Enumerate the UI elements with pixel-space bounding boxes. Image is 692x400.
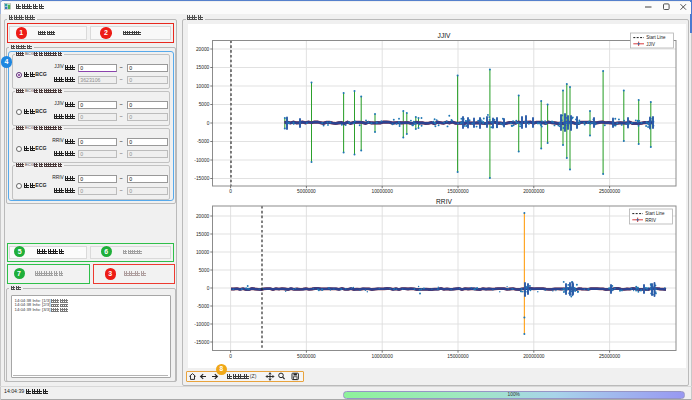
svg-text:-15000: -15000 (194, 340, 209, 345)
svg-text:5000: 5000 (199, 268, 210, 273)
svg-text:-5000: -5000 (197, 304, 210, 309)
svg-text:5000000: 5000000 (297, 354, 316, 359)
svg-text:0: 0 (229, 189, 232, 194)
svg-text:-10000: -10000 (194, 158, 209, 163)
svg-text:15000000: 15000000 (447, 354, 469, 359)
svg-text:0: 0 (207, 286, 210, 291)
svg-text:15000: 15000 (196, 232, 210, 237)
svg-text:10000000: 10000000 (372, 189, 394, 194)
svg-text:RRIV: RRIV (436, 198, 452, 205)
svg-text:15000000: 15000000 (447, 189, 469, 194)
svg-text:-10000: -10000 (194, 322, 209, 327)
svg-text:JJIV: JJIV (646, 42, 655, 47)
svg-text:10000: 10000 (196, 250, 210, 255)
svg-text:Start Line: Start Line (646, 35, 666, 40)
svg-text:0: 0 (229, 354, 232, 359)
svg-text:20000: 20000 (196, 214, 210, 219)
svg-text:15000: 15000 (196, 65, 210, 70)
svg-text:10000: 10000 (196, 84, 210, 89)
svg-text:-15000: -15000 (194, 176, 209, 181)
svg-text:0: 0 (207, 121, 210, 126)
svg-text:5000: 5000 (199, 102, 210, 107)
svg-text:25000000: 25000000 (599, 354, 621, 359)
svg-text:20000000: 20000000 (523, 354, 545, 359)
svg-text:RRIV: RRIV (645, 218, 656, 223)
svg-text:25000000: 25000000 (599, 189, 621, 194)
svg-text:-5000: -5000 (197, 139, 210, 144)
svg-text:5000000: 5000000 (297, 189, 316, 194)
svg-text:Start Line: Start Line (645, 211, 665, 216)
svg-text:20000000: 20000000 (523, 189, 545, 194)
svg-text:10000000: 10000000 (372, 354, 394, 359)
svg-text:20000: 20000 (196, 47, 210, 52)
svg-text:JJIV: JJIV (438, 32, 451, 39)
